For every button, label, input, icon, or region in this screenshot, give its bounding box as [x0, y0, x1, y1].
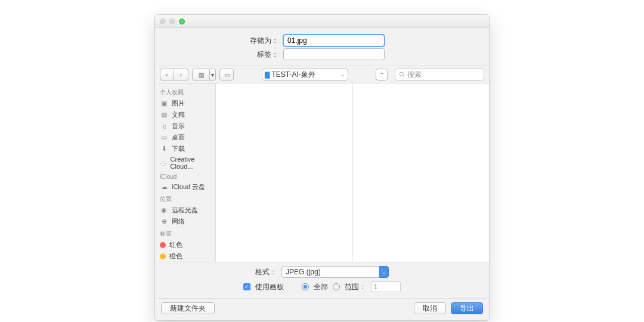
sidebar-header-locations: 位置	[155, 193, 215, 205]
select-caret-icon[interactable]: ⌄	[379, 266, 389, 278]
export-button[interactable]: 导出	[451, 302, 483, 314]
folder-icon: ▇	[265, 71, 270, 79]
search-icon	[399, 72, 405, 78]
folder-icon: ▭	[224, 72, 230, 78]
download-icon: ⬇	[160, 145, 168, 153]
desktop-icon: ▭	[160, 134, 168, 141]
sidebar-header-tags: 标签	[155, 227, 215, 239]
chevron-left-icon: ‹	[166, 72, 168, 78]
radio-range-label: 范围：	[345, 282, 366, 292]
sidebar-item-downloads[interactable]: ⬇下载	[155, 143, 215, 154]
new-folder-button[interactable]: 新建文件夹	[161, 302, 215, 314]
globe-icon: ⊕	[160, 218, 168, 225]
music-icon: ♫	[160, 123, 168, 130]
titlebar	[155, 15, 489, 28]
search-input[interactable]: 搜索	[395, 69, 484, 80]
radio-all[interactable]	[302, 283, 309, 290]
sidebar-item-label: 图片	[172, 99, 185, 108]
chevron-up-icon: ⌃	[379, 72, 384, 78]
radio-all-label: 全部	[314, 282, 328, 292]
browser-column	[353, 83, 490, 262]
zoom-icon[interactable]	[179, 18, 185, 24]
search-placeholder: 搜索	[407, 70, 422, 80]
disc-icon: ◉	[160, 206, 168, 214]
folder-popup[interactable]: ▇ TEST-AI-象外 ⌄	[262, 69, 348, 80]
sidebar-item-label: 橙色	[169, 252, 182, 261]
collapse-button[interactable]: ⌃	[376, 69, 388, 80]
sidebar-item-label: 文稿	[172, 110, 185, 119]
options-row: ✓ 使用画板 全部 范围：	[155, 281, 489, 298]
svg-line-1	[403, 76, 405, 78]
view-mode-button[interactable]: ▥	[192, 69, 210, 80]
save-dialog: 存储为： 标签： ‹ › ▥ ▾ ▭	[154, 14, 490, 321]
sidebar-item-label: 远程光盘	[172, 206, 198, 215]
sidebar-item-label: 网络	[172, 217, 185, 226]
view-mode-group: ▥ ▾	[192, 69, 216, 80]
popup-caret-icon: ⌄	[340, 72, 345, 78]
sidebar-item-label: 下载	[172, 144, 185, 153]
tags-label: 标签：	[183, 49, 278, 60]
sidebar-item-documents[interactable]: ▤文稿	[155, 109, 215, 120]
sidebar-tag-orange[interactable]: 橙色	[155, 250, 215, 262]
format-value: JPEG (jpg)	[286, 268, 321, 276]
use-artboards-label: 使用画板	[255, 282, 284, 292]
svg-point-0	[400, 72, 403, 76]
sidebar-item-pictures[interactable]: ▣图片	[155, 98, 215, 109]
save-as-label: 存储为：	[183, 36, 278, 46]
arrange-button[interactable]: ▭	[219, 69, 234, 80]
chevron-down-icon: ▾	[211, 72, 214, 78]
radio-range[interactable]	[333, 283, 340, 290]
browser-column	[216, 83, 353, 262]
sidebar-item-network[interactable]: ⊕网络	[155, 216, 215, 227]
close-icon[interactable]	[160, 18, 166, 24]
sidebar-item-label: iCloud 云盘	[172, 182, 205, 191]
back-button[interactable]: ‹	[160, 69, 174, 80]
format-label: 格式：	[255, 267, 277, 277]
camera-icon: ▣	[160, 100, 168, 107]
tag-dot-icon	[160, 253, 166, 259]
view-mode-dropdown[interactable]: ▾	[210, 69, 216, 80]
sidebar-item-label: 红色	[169, 240, 182, 249]
range-input[interactable]	[371, 281, 401, 292]
column-browser[interactable]	[216, 83, 489, 262]
browser-body: 个人收藏 ▣图片 ▤文稿 ♫音乐 ▭桌面 ⬇下载 ◌Creative Cloud…	[155, 83, 489, 262]
sidebar-header-favorites: 个人收藏	[155, 86, 215, 98]
sidebar-header-icloud: iCloud	[155, 171, 215, 181]
use-artboards-checkbox[interactable]: ✓	[243, 283, 250, 290]
folder-name: TEST-AI-象外	[272, 70, 315, 80]
sidebar-item-remote-disc[interactable]: ◉远程光盘	[155, 205, 215, 216]
sidebar: 个人收藏 ▣图片 ▤文稿 ♫音乐 ▭桌面 ⬇下载 ◌Creative Cloud…	[155, 83, 216, 262]
sidebar-item-label: Creative Cloud...	[171, 156, 210, 170]
sidebar-item-creative-cloud[interactable]: ◌Creative Cloud...	[155, 154, 215, 171]
top-inputs: 存储为： 标签：	[155, 28, 489, 66]
nav-buttons: ‹ ›	[160, 69, 188, 80]
tag-dot-icon	[160, 242, 166, 248]
cloud-icon: ☁	[160, 183, 168, 191]
sidebar-tag-red[interactable]: 红色	[155, 239, 215, 250]
format-row: 格式： JPEG (jpg) ⌄	[155, 262, 489, 281]
chevron-right-icon: ›	[180, 72, 182, 78]
sidebar-item-label: 桌面	[172, 133, 185, 142]
footer: 新建文件夹 取消 导出	[155, 298, 489, 320]
sidebar-item-music[interactable]: ♫音乐	[155, 120, 215, 132]
sidebar-item-label: 音乐	[172, 122, 185, 131]
save-as-input[interactable]	[283, 35, 385, 47]
format-select[interactable]: JPEG (jpg)	[281, 266, 380, 278]
columns-icon: ▥	[199, 72, 204, 78]
forward-button[interactable]: ›	[174, 69, 188, 80]
sidebar-item-desktop[interactable]: ▭桌面	[155, 132, 215, 143]
sidebar-item-icloud-drive[interactable]: ☁iCloud 云盘	[155, 181, 215, 193]
cloud-icon: ◌	[160, 159, 167, 167]
cancel-button[interactable]: 取消	[414, 302, 446, 314]
browser-toolbar: ‹ › ▥ ▾ ▭ ▇ TEST-AI-象外 ⌄ ⌃ 搜索	[155, 66, 489, 83]
document-icon: ▤	[160, 111, 168, 119]
minimize-icon[interactable]	[169, 18, 175, 24]
tags-input[interactable]	[283, 48, 385, 60]
